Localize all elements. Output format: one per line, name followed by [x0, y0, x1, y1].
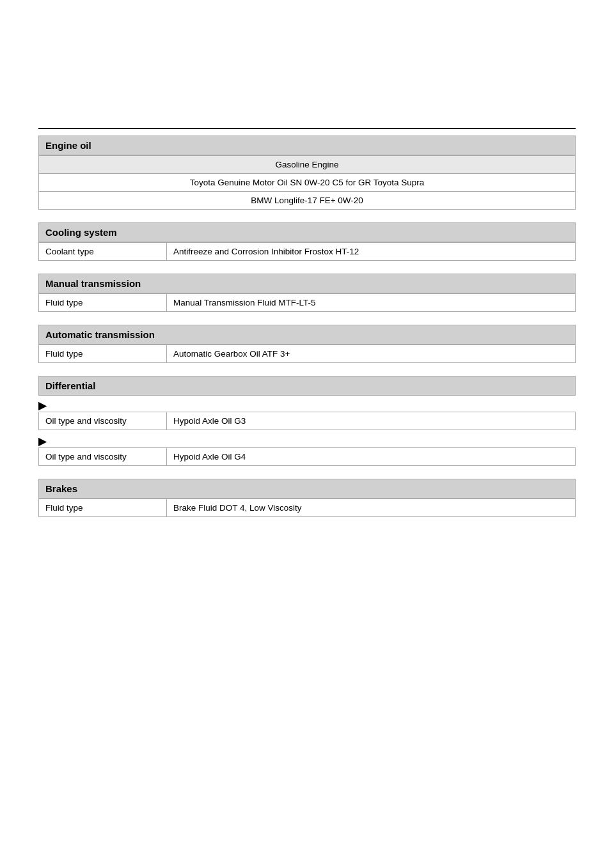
engine-oil-section: Engine oil Gasoline Engine Toyota Genuin… — [38, 136, 576, 210]
table-row: Fluid type Brake Fluid DOT 4, Low Viscos… — [39, 499, 576, 517]
table-row: Fluid type Manual Transmission Fluid MTF… — [39, 294, 576, 312]
main-content: Engine oil Gasoline Engine Toyota Genuin… — [38, 129, 576, 517]
cooling-system-section: Cooling system Coolant type Antifreeze a… — [38, 222, 576, 261]
manual-transmission-table: Fluid type Manual Transmission Fluid MTF… — [38, 293, 576, 312]
automatic-transmission-table: Fluid type Automatic Gearbox Oil ATF 3+ — [38, 345, 576, 363]
oil-viscosity-label-1: Oil type and viscosity — [39, 412, 167, 430]
manual-fluid-type-label: Fluid type — [39, 294, 167, 312]
brake-fluid-label: Fluid type — [39, 499, 167, 517]
auto-fluid-type-value: Automatic Gearbox Oil ATF 3+ — [167, 345, 576, 363]
engine-oil-table: Gasoline Engine Toyota Genuine Motor Oil… — [38, 155, 576, 210]
manual-transmission-header: Manual transmission — [38, 274, 576, 293]
table-row: Fluid type Automatic Gearbox Oil ATF 3+ — [39, 345, 576, 363]
table-row: BMW Longlife-17 FE+ 0W-20 — [39, 192, 576, 210]
page-container: Engine oil Gasoline Engine Toyota Genuin… — [0, 128, 614, 868]
differential-table-1: Oil type and viscosity Hypoid Axle Oil G… — [38, 412, 576, 430]
table-row: Coolant type Antifreeze and Corrosion In… — [39, 243, 576, 261]
auto-fluid-type-label: Fluid type — [39, 345, 167, 363]
automatic-transmission-section: Automatic transmission Fluid type Automa… — [38, 325, 576, 363]
differential-header: Differential — [38, 376, 576, 396]
coolant-type-label: Coolant type — [39, 243, 167, 261]
differential-section: Differential ▶ Oil type and viscosity Hy… — [38, 376, 576, 466]
manual-fluid-type-value: Manual Transmission Fluid MTF-LT-5 — [167, 294, 576, 312]
differential-arrow-1: ▶ — [38, 399, 576, 412]
differential-table-2: Oil type and viscosity Hypoid Axle Oil G… — [38, 447, 576, 466]
oil-viscosity-value-1: Hypoid Axle Oil G3 — [167, 412, 576, 430]
cooling-system-header: Cooling system — [38, 222, 576, 242]
brakes-table: Fluid type Brake Fluid DOT 4, Low Viscos… — [38, 499, 576, 517]
cooling-system-table: Coolant type Antifreeze and Corrosion In… — [38, 242, 576, 261]
table-row: Oil type and viscosity Hypoid Axle Oil G… — [39, 448, 576, 466]
brakes-header: Brakes — [38, 479, 576, 499]
differential-arrow-2: ▶ — [38, 435, 576, 447]
table-row: Oil type and viscosity Hypoid Axle Oil G… — [39, 412, 576, 430]
oil-option-1: Toyota Genuine Motor Oil SN 0W-20 C5 for… — [39, 174, 576, 192]
manual-transmission-section: Manual transmission Fluid type Manual Tr… — [38, 274, 576, 312]
brakes-section: Brakes Fluid type Brake Fluid DOT 4, Low… — [38, 479, 576, 517]
table-row: Toyota Genuine Motor Oil SN 0W-20 C5 for… — [39, 174, 576, 192]
brake-fluid-value: Brake Fluid DOT 4, Low Viscosity — [167, 499, 576, 517]
oil-viscosity-value-2: Hypoid Axle Oil G4 — [167, 448, 576, 466]
automatic-transmission-header: Automatic transmission — [38, 325, 576, 345]
oil-viscosity-label-2: Oil type and viscosity — [39, 448, 167, 466]
gasoline-engine-label: Gasoline Engine — [39, 156, 576, 174]
table-row: Gasoline Engine — [39, 156, 576, 174]
oil-option-2: BMW Longlife-17 FE+ 0W-20 — [39, 192, 576, 210]
engine-oil-header: Engine oil — [38, 136, 576, 155]
coolant-type-value: Antifreeze and Corrosion Inhibitor Frost… — [167, 243, 576, 261]
